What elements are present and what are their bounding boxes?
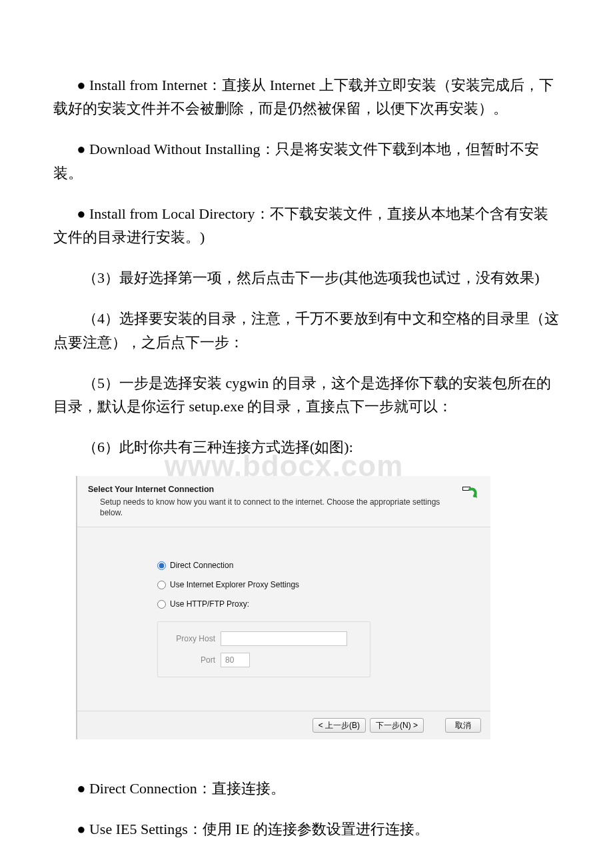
paragraph-download-without-installing: ● Download Without Installing：只是将安装文件下载到… — [53, 137, 560, 184]
paragraph-install-from-internet: ● Install from Internet：直接从 Internet 上下载… — [53, 73, 560, 120]
radio-ie-proxy[interactable]: Use Internet Explorer Proxy Settings — [157, 579, 477, 591]
paragraph-step-6: （6）此时你共有三种连接方式选择(如图): — [53, 435, 560, 459]
radio-direct-connection-input[interactable] — [157, 561, 166, 570]
cancel-button[interactable]: 取消 — [445, 718, 481, 733]
paragraph-step-3: （3）最好选择第一项，然后点击下一步(其他选项我也试过，没有效果) — [53, 266, 560, 289]
back-button[interactable]: < 上一步(B) — [312, 718, 366, 733]
proxy-host-label: Proxy Host — [167, 633, 221, 645]
radio-http-proxy-label: Use HTTP/FTP Proxy: — [170, 598, 249, 611]
proxy-port-label: Port — [167, 654, 221, 667]
radio-http-proxy-input[interactable] — [157, 600, 166, 609]
proxy-port-input[interactable] — [221, 653, 250, 667]
radio-direct-connection[interactable]: Direct Connection — [157, 559, 477, 572]
dialog-footer: < 上一步(B) 下一步(N) > 取消 — [77, 711, 490, 739]
paragraph-direct-connection: ● Direct Connection：直接连接。 — [53, 777, 560, 800]
paragraph-step-5: （5）一步是选择安装 cygwin 的目录，这个是选择你下载的安装包所在的目录，… — [53, 371, 560, 418]
dialog-subtitle: Setup needs to know how you want it to c… — [88, 497, 457, 518]
paragraph-step-4: （4）选择要安装的目录，注意，千万不要放到有中文和空格的目录里（这点要注意），之… — [53, 307, 560, 353]
radio-direct-connection-label: Direct Connection — [170, 559, 233, 572]
dialog-body: Direct Connection Use Internet Explorer … — [77, 527, 490, 711]
radio-http-proxy[interactable]: Use HTTP/FTP Proxy: — [157, 598, 477, 611]
radio-ie-proxy-label: Use Internet Explorer Proxy Settings — [170, 579, 299, 591]
dialog-title: Select Your Internet Connection — [88, 483, 457, 496]
cygwin-connection-dialog: www.bdocx.com Select Your Internet Conne… — [76, 476, 490, 739]
paragraph-use-ie5-settings: ● Use IE5 Settings：使用 IE 的连接参数设置进行连接。 — [53, 817, 560, 841]
proxy-fieldset: Proxy Host Port — [157, 621, 370, 677]
dialog-header: Select Your Internet Connection Setup ne… — [77, 476, 490, 527]
paragraph-install-from-local: ● Install from Local Directory：不下载安装文件，直… — [53, 202, 560, 249]
radio-ie-proxy-input[interactable] — [157, 581, 166, 589]
proxy-host-input[interactable] — [221, 631, 347, 646]
cygwin-icon — [461, 484, 480, 501]
next-button[interactable]: 下一步(N) > — [370, 718, 424, 733]
